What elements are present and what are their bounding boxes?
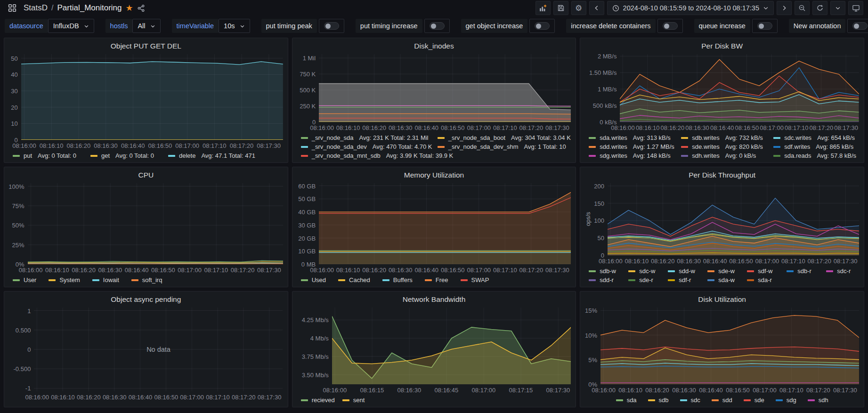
variable-select[interactable]: InfluxDB: [48, 19, 94, 33]
toggle-switch[interactable]: [319, 19, 344, 33]
panel-title[interactable]: Memory Utilization: [297, 171, 571, 179]
legend-item[interactable]: soft_irq: [131, 276, 162, 283]
panel-title[interactable]: CPU: [9, 171, 283, 179]
plot-area[interactable]: [332, 308, 571, 384]
toggle-knob: [431, 24, 436, 29]
legend-item[interactable]: sdc: [680, 397, 700, 404]
legend-item[interactable]: Free: [425, 276, 448, 283]
time-back-button[interactable]: [589, 1, 604, 15]
legend-item[interactable]: sdd: [712, 397, 732, 404]
legend-item[interactable]: sdg: [776, 397, 796, 404]
save-dashboard-button[interactable]: [553, 1, 568, 15]
refresh-button[interactable]: [812, 1, 827, 15]
legend-item[interactable]: Cached: [338, 276, 370, 283]
legend-item[interactable]: _srv_node_sda_bootAvg: 304 Total: 3.04 K: [438, 134, 571, 141]
legend-item[interactable]: System: [49, 276, 80, 283]
panel-title[interactable]: Disk Utilization: [585, 295, 859, 304]
panel-title[interactable]: Object PUT GET DEL: [9, 42, 283, 50]
legend-item[interactable]: sdb-w: [589, 267, 618, 275]
legend-item[interactable]: sde: [744, 397, 764, 404]
legend-color-chip: [342, 399, 349, 401]
legend-item[interactable]: deleteAvg: 47.1 Total: 471: [168, 152, 255, 159]
plot-area[interactable]: [319, 183, 571, 264]
plot-area[interactable]: [28, 183, 283, 264]
legend-item[interactable]: sent: [342, 397, 365, 404]
legend-item[interactable]: _srv_node_sda_devAvg: 470 Total: 4.70 K: [301, 143, 434, 150]
legend-item[interactable]: sda: [616, 397, 637, 404]
share-icon[interactable]: [137, 4, 145, 12]
breadcrumb-dashboard[interactable]: StatsD: [24, 3, 48, 13]
panel-title[interactable]: Per Disk BW: [585, 42, 859, 50]
plot-area[interactable]: No data: [34, 308, 283, 391]
legend-item[interactable]: Buffers: [382, 276, 413, 283]
legend-item[interactable]: sdf-r: [668, 276, 697, 283]
legend-item[interactable]: recieved: [301, 397, 335, 404]
dashboard-settings-button[interactable]: ⚙: [571, 1, 586, 15]
legend-item[interactable]: sda.writesAvg: 313 kB/s: [589, 134, 677, 141]
legend-series-name: put: [24, 152, 32, 159]
legend-item[interactable]: User: [13, 276, 36, 283]
chart-legend: sdb-wsdc-wsdd-wsde-wsdf-wsdb-rsdc-rsdd-r…: [585, 266, 859, 285]
legend-item[interactable]: sde.writesAvg: 820 kB/s: [681, 143, 770, 150]
legend-item[interactable]: sde-r: [628, 276, 657, 283]
toggle-switch[interactable]: [752, 19, 778, 33]
legend-item[interactable]: getAvg: 0 Total: 0: [90, 152, 154, 159]
plot-area[interactable]: [608, 183, 859, 255]
variable-select[interactable]: All: [132, 19, 160, 33]
add-panel-button[interactable]: [535, 1, 551, 15]
toggle-switch[interactable]: [657, 19, 683, 33]
legend-item[interactable]: _srv_node_sdaAvg: 231 K Total: 2.31 Mil: [301, 134, 434, 141]
legend-item[interactable]: sdd-r: [589, 276, 618, 283]
time-forward-button[interactable]: [777, 1, 792, 15]
legend-item[interactable]: SWAP: [461, 276, 489, 283]
toggle-switch[interactable]: [424, 19, 450, 33]
toggle-track: [663, 22, 678, 30]
favorite-star-icon[interactable]: ★: [126, 4, 133, 12]
chevron-down-icon: [835, 5, 841, 11]
refresh-interval-button[interactable]: [830, 1, 845, 15]
plot-area[interactable]: [319, 54, 571, 122]
variable-select[interactable]: 10s: [219, 19, 250, 33]
legend-item[interactable]: sdb: [648, 397, 669, 404]
legend-item[interactable]: sde-w: [707, 267, 737, 275]
time-range-button[interactable]: 2024-08-10 08:15:59 to 2024-08-10 08:17:…: [607, 1, 774, 15]
legend-item[interactable]: sdc.writesAvg: 654 kB/s: [773, 134, 862, 141]
panel-title[interactable]: Network Bandwidth: [297, 295, 571, 304]
legend-item[interactable]: sdc-r: [826, 267, 855, 275]
plot-area[interactable]: [21, 54, 283, 140]
x-tick-label: 08:16:30: [94, 142, 118, 149]
panel-title[interactable]: Object async pending: [9, 295, 283, 304]
legend-item[interactable]: _srv_node_sda_mnt_sdbAvg: 3.99 K Total: …: [301, 152, 454, 159]
x-tick-label: 08:16:00: [323, 387, 347, 394]
toggle-switch[interactable]: [529, 19, 555, 33]
legend-item[interactable]: sdd-w: [668, 267, 697, 275]
legend-item[interactable]: Iowait: [92, 276, 119, 283]
legend-item[interactable]: Used: [301, 276, 326, 283]
apps-menu-button[interactable]: [5, 1, 20, 15]
legend-item[interactable]: sdd.writesAvg: 1.27 MB/s: [589, 143, 677, 150]
legend-item[interactable]: sda-w: [707, 276, 737, 283]
legend-item[interactable]: sdg.writesAvg: 148 kB/s: [589, 152, 677, 159]
x-tick-label: 08:16:10: [636, 124, 660, 131]
panel-title[interactable]: Per Disk Throughput: [585, 171, 859, 179]
legend-item[interactable]: sdh.writesAvg: 0 kB/s: [681, 152, 770, 159]
zoom-out-button[interactable]: [795, 1, 810, 15]
kiosk-mode-button[interactable]: [848, 1, 863, 15]
legend-item[interactable]: sda-r: [747, 276, 776, 283]
x-tick-label: 08:17:20: [231, 267, 255, 274]
legend-item[interactable]: sda.readsAvg: 57.8 kB/s: [773, 152, 862, 159]
plot-area[interactable]: [620, 54, 859, 122]
legend-item[interactable]: sdf-w: [747, 267, 776, 275]
legend-item[interactable]: sdb-r: [787, 267, 816, 275]
legend-item[interactable]: sdc-w: [628, 267, 657, 275]
legend-color-chip: [425, 279, 432, 281]
legend-item[interactable]: sdf.writesAvg: 865 kB/s: [773, 143, 862, 150]
toggle-switch[interactable]: [847, 19, 868, 33]
panel-title[interactable]: Disk_inodes: [297, 42, 571, 50]
legend-item[interactable]: _srv_node_sda_dev_shmAvg: 1 Total: 10: [438, 143, 570, 150]
legend-color-chip: [681, 155, 688, 157]
legend-item[interactable]: sdb.writesAvg: 732 kB/s: [681, 134, 770, 141]
legend-item[interactable]: sdh: [808, 397, 828, 404]
legend-item[interactable]: putAvg: 0 Total: 0: [13, 152, 76, 159]
plot-area[interactable]: [600, 308, 859, 384]
